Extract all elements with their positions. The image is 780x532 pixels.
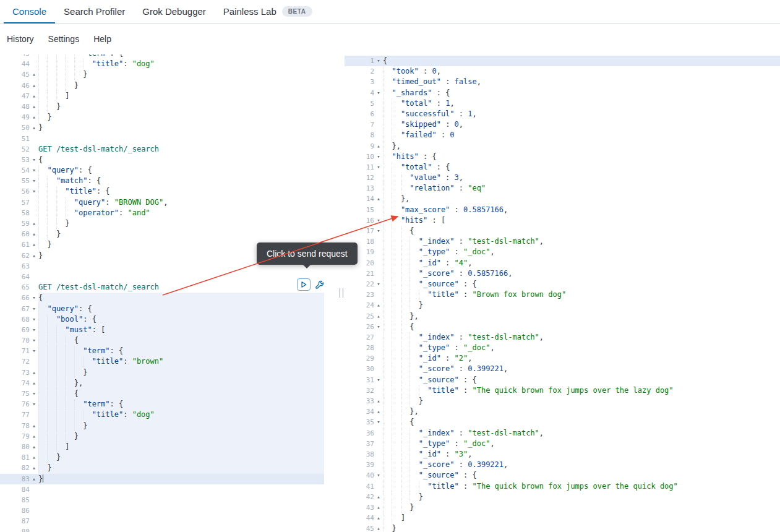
code-line[interactable]: 51 bbox=[0, 134, 338, 144]
code-line[interactable]: 1▾{ bbox=[345, 56, 780, 66]
fold-toggle-icon[interactable]: ▾ bbox=[30, 335, 38, 346]
fold-toggle-icon[interactable]: ▴ bbox=[30, 251, 38, 261]
code-line[interactable]: 20"_id" : "4", bbox=[345, 258, 780, 268]
code-line[interactable]: 66▾{ bbox=[0, 293, 338, 303]
fold-toggle-icon[interactable]: ▾ bbox=[30, 346, 38, 356]
fold-toggle-icon[interactable]: ▴ bbox=[30, 452, 38, 463]
code-line[interactable]: 44▴] bbox=[345, 513, 780, 523]
code-line[interactable]: 38"_id" : "3", bbox=[345, 449, 780, 460]
fold-toggle-icon[interactable]: ▴ bbox=[30, 80, 38, 91]
code-line[interactable]: 59▴} bbox=[0, 218, 338, 229]
code-line[interactable]: 55▾"match": { bbox=[0, 176, 338, 186]
fold-toggle-icon[interactable]: ▴ bbox=[30, 442, 38, 452]
code-line[interactable]: 32"title" : "The quick brown fox jumps o… bbox=[345, 385, 780, 396]
fold-toggle-icon[interactable]: ▴ bbox=[30, 474, 38, 484]
code-line[interactable]: 45▴} bbox=[0, 69, 338, 80]
code-line[interactable]: 33▴} bbox=[345, 396, 780, 406]
code-line[interactable]: 83▴} bbox=[0, 474, 338, 484]
code-line[interactable]: 75▾{ bbox=[0, 388, 338, 399]
code-line[interactable]: 68▾"bool": { bbox=[0, 314, 338, 325]
code-line[interactable]: 39"_score" : 0.399221, bbox=[345, 460, 780, 470]
menu-item-settings[interactable]: Settings bbox=[48, 34, 80, 44]
code-line[interactable]: 72"title": "brown" bbox=[0, 356, 338, 367]
code-line[interactable]: 43▾"term": { bbox=[0, 54, 338, 59]
fold-toggle-icon[interactable]: ▾ bbox=[30, 304, 38, 314]
code-line[interactable]: 17▾{ bbox=[345, 226, 780, 236]
code-line[interactable]: 88 bbox=[0, 526, 338, 532]
fold-toggle-icon[interactable]: ▴ bbox=[374, 513, 383, 523]
code-line[interactable]: 77"title": "dog" bbox=[0, 410, 338, 420]
fold-toggle-icon[interactable]: ▴ bbox=[30, 91, 38, 101]
code-line[interactable]: 24▴} bbox=[345, 300, 780, 311]
fold-toggle-icon[interactable]: ▴ bbox=[30, 367, 38, 378]
tab-console[interactable]: Console bbox=[4, 0, 55, 24]
fold-toggle-icon[interactable]: ▾ bbox=[374, 226, 383, 236]
fold-toggle-icon[interactable]: ▴ bbox=[30, 463, 38, 473]
fold-toggle-icon[interactable]: ▾ bbox=[30, 325, 38, 335]
code-line[interactable]: 40▾"_source" : { bbox=[345, 470, 780, 481]
code-line[interactable]: 70▾{ bbox=[0, 335, 338, 346]
code-line[interactable]: 67▾"query": { bbox=[0, 304, 338, 314]
code-line[interactable]: 19"_type" : "_doc", bbox=[345, 247, 780, 257]
code-line[interactable]: 12"value" : 3, bbox=[345, 173, 780, 183]
menu-item-history[interactable]: History bbox=[7, 34, 34, 44]
code-line[interactable]: 52GET /test-dsl-match/_search bbox=[0, 144, 338, 155]
code-line[interactable]: 31▾"_source" : { bbox=[345, 375, 780, 385]
fold-toggle-icon[interactable]: ▾ bbox=[30, 399, 38, 410]
code-line[interactable]: 79▴} bbox=[0, 431, 338, 442]
code-line[interactable]: 85 bbox=[0, 495, 338, 505]
fold-toggle-icon[interactable]: ▾ bbox=[30, 293, 38, 303]
menu-item-help[interactable]: Help bbox=[93, 34, 111, 44]
fold-toggle-icon[interactable]: ▾ bbox=[374, 470, 383, 481]
fold-toggle-icon[interactable]: ▴ bbox=[374, 502, 383, 513]
fold-toggle-icon[interactable]: ▴ bbox=[374, 300, 383, 311]
request-editor[interactable]: 43▾"term": {44"title": "dog"45▴}46▴}47▴]… bbox=[0, 54, 338, 532]
code-line[interactable]: 76▾"term": { bbox=[0, 399, 338, 410]
code-line[interactable]: 84 bbox=[0, 484, 338, 495]
code-line[interactable]: 69▾"must": [ bbox=[0, 325, 338, 335]
code-line[interactable]: 3"timed_out" : false, bbox=[345, 77, 780, 87]
code-line[interactable]: 29"_id" : "2", bbox=[345, 353, 780, 364]
code-line[interactable]: 82▴} bbox=[0, 463, 338, 473]
code-line[interactable]: 86 bbox=[0, 505, 338, 516]
fold-toggle-icon[interactable]: ▾ bbox=[374, 375, 383, 385]
code-line[interactable]: 54▾"query": { bbox=[0, 165, 338, 176]
code-line[interactable]: 44"title": "dog" bbox=[0, 59, 338, 69]
code-line[interactable]: 53▾{ bbox=[0, 155, 338, 165]
fold-toggle-icon[interactable]: ▾ bbox=[374, 279, 383, 290]
code-line[interactable]: 50▴} bbox=[0, 122, 338, 133]
code-line[interactable]: 49▴} bbox=[0, 112, 338, 122]
code-line[interactable]: 78▴} bbox=[0, 421, 338, 431]
code-line[interactable]: 22▾"_source" : { bbox=[345, 279, 780, 290]
code-line[interactable]: 60▴} bbox=[0, 229, 338, 239]
code-line[interactable]: 65GET /test-dsl-match/_search bbox=[0, 282, 338, 293]
fold-toggle-icon[interactable]: ▴ bbox=[30, 378, 38, 388]
code-line[interactable]: 45▴} bbox=[345, 523, 780, 532]
code-line[interactable]: 43▴} bbox=[345, 502, 780, 513]
code-line[interactable]: 28"_type" : "_doc", bbox=[345, 343, 780, 353]
code-line[interactable]: 8"failed" : 0 bbox=[345, 130, 780, 140]
fold-toggle-icon[interactable]: ▾ bbox=[374, 322, 383, 332]
fold-toggle-icon[interactable]: ▴ bbox=[374, 141, 383, 152]
fold-toggle-icon[interactable]: ▾ bbox=[30, 165, 38, 176]
code-line[interactable]: 4▾"_shards" : { bbox=[345, 88, 780, 98]
response-editor[interactable]: 1▾{2"took" : 0,3"timed_out" : false,4▾"_… bbox=[345, 54, 780, 532]
code-line[interactable]: 23"title" : "Brown fox brown dog" bbox=[345, 290, 780, 300]
tab-painless-lab[interactable]: Painless LabBETA bbox=[215, 0, 321, 24]
code-line[interactable]: 16▾"hits" : [ bbox=[345, 215, 780, 226]
fold-toggle-icon[interactable]: ▾ bbox=[30, 186, 38, 197]
code-line[interactable]: 25▴}, bbox=[345, 311, 780, 322]
code-line[interactable]: 30"_score" : 0.399221, bbox=[345, 364, 780, 374]
fold-toggle-icon[interactable]: ▾ bbox=[374, 162, 383, 173]
code-line[interactable]: 64 bbox=[0, 272, 338, 282]
code-line[interactable]: 73▴} bbox=[0, 367, 338, 378]
code-line[interactable]: 36"_index" : "test-dsl-match", bbox=[345, 428, 780, 439]
code-line[interactable]: 80▴] bbox=[0, 442, 338, 452]
code-line[interactable]: 11▾"total" : { bbox=[345, 162, 780, 173]
tab-search-profiler[interactable]: Search Profiler bbox=[55, 0, 134, 24]
code-line[interactable]: 35▾{ bbox=[345, 417, 780, 427]
code-line[interactable]: 6"successful" : 1, bbox=[345, 109, 780, 119]
code-line[interactable]: 18"_index" : "test-dsl-match", bbox=[345, 236, 780, 247]
fold-toggle-icon[interactable]: ▴ bbox=[374, 523, 383, 532]
request-options-button[interactable] bbox=[313, 278, 325, 291]
